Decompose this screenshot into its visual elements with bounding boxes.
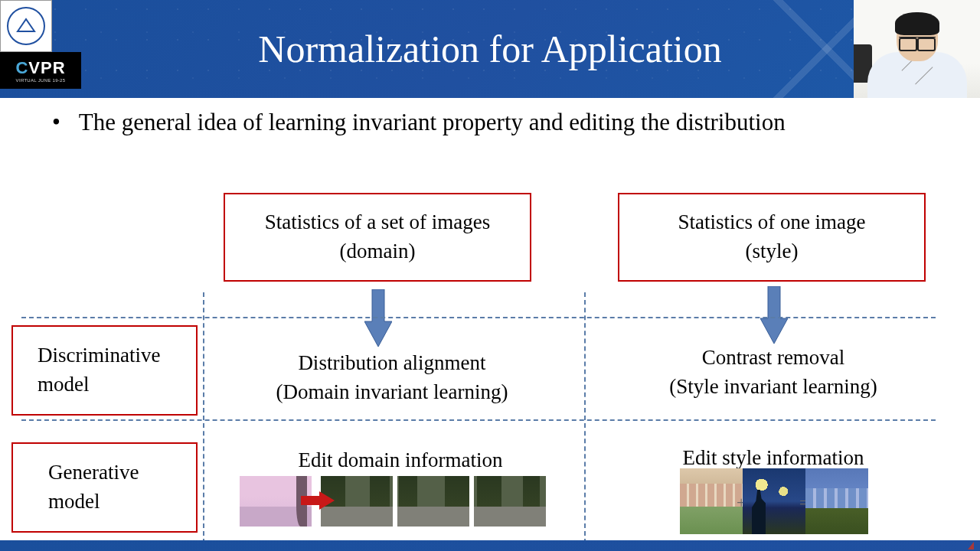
grid-line [21, 419, 936, 421]
slide-header: CVPR VIRTUAL JUNE 19-25 Normalization fo… [0, 0, 980, 98]
slide-body: • The general idea of learning invariant… [0, 106, 980, 154]
cvpr-text: CVPR [15, 58, 65, 78]
bullet-dot: • [52, 106, 60, 139]
grid-line [203, 292, 204, 543]
cell-dist-alignment: Distribution alignment (Domain invariant… [230, 349, 554, 407]
thumb-target [474, 476, 546, 527]
arrow-right-icon [301, 491, 335, 510]
speaker-video [854, 0, 980, 98]
box-style-stats: Statistics of one image (style) [618, 193, 926, 282]
thumb-style [743, 468, 805, 534]
cvpr-badge: CVPR VIRTUAL JUNE 19-25 [0, 52, 81, 89]
university-logo [0, 0, 52, 52]
thumb-target [397, 476, 469, 527]
bullet-point: • The general idea of learning invariant… [57, 106, 980, 139]
thumb-result [805, 468, 868, 534]
cell-edit-domain: Edit domain information [230, 446, 571, 475]
box-generative-label: Generative model [11, 442, 198, 533]
thumb-content [680, 468, 743, 534]
cvpr-subtext: VIRTUAL JUNE 19-25 [16, 78, 66, 83]
bullet-text: The general idea of learning invariant p… [79, 106, 786, 139]
grid-line [21, 317, 936, 318]
box-discriminative-label: Discriminative model [11, 325, 198, 416]
arrow-down-icon [760, 286, 788, 344]
cell-contrast-removal: Contrast removal (Style invariant learni… [612, 344, 934, 402]
grid-line [584, 292, 586, 543]
domain-thumbnails [240, 476, 546, 527]
style-thumbnails: + = [680, 468, 868, 534]
slide-title: Normalization for Application [258, 27, 721, 71]
footer-bar [0, 540, 980, 551]
box-domain-stats: Statistics of a set of images (domain) [224, 193, 531, 282]
logo-icon [7, 7, 45, 45]
